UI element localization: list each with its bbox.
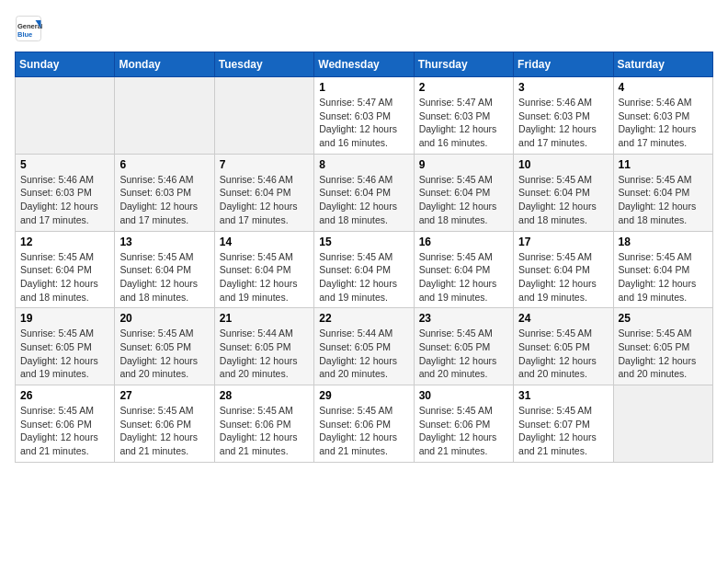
- calendar-cell: 26Sunrise: 5:45 AM Sunset: 6:06 PM Dayli…: [16, 385, 115, 463]
- day-info: Sunrise: 5:45 AM Sunset: 6:06 PM Dayligh…: [20, 404, 109, 458]
- day-info: Sunrise: 5:45 AM Sunset: 6:05 PM Dayligh…: [20, 327, 109, 381]
- day-info: Sunrise: 5:45 AM Sunset: 6:06 PM Dayligh…: [220, 404, 309, 458]
- day-info: Sunrise: 5:46 AM Sunset: 6:03 PM Dayligh…: [619, 96, 708, 150]
- calendar-cell: 11Sunrise: 5:45 AM Sunset: 6:04 PM Dayli…: [613, 154, 712, 231]
- day-number: 15: [319, 236, 408, 248]
- calendar-cell: 12Sunrise: 5:45 AM Sunset: 6:04 PM Dayli…: [16, 231, 115, 308]
- calendar-cell: [115, 77, 214, 155]
- day-info: Sunrise: 5:45 AM Sunset: 6:07 PM Dayligh…: [518, 404, 608, 458]
- day-number: 21: [220, 312, 309, 325]
- logo: General Blue: [15, 15, 46, 42]
- calendar-cell: 30Sunrise: 5:45 AM Sunset: 6:06 PM Dayli…: [414, 385, 513, 463]
- calendar-cell: 8Sunrise: 5:46 AM Sunset: 6:04 PM Daylig…: [314, 154, 414, 231]
- day-info: Sunrise: 5:45 AM Sunset: 6:04 PM Dayligh…: [518, 250, 608, 304]
- day-number: 27: [119, 389, 209, 402]
- day-number: 6: [119, 158, 209, 171]
- calendar-cell: 25Sunrise: 5:45 AM Sunset: 6:05 PM Dayli…: [613, 308, 712, 385]
- calendar-cell: 17Sunrise: 5:45 AM Sunset: 6:04 PM Dayli…: [514, 231, 613, 308]
- day-number: 14: [220, 236, 309, 248]
- day-number: 11: [619, 158, 708, 171]
- calendar-cell: 15Sunrise: 5:45 AM Sunset: 6:04 PM Dayli…: [314, 231, 414, 308]
- day-info: Sunrise: 5:47 AM Sunset: 6:03 PM Dayligh…: [419, 96, 508, 150]
- day-info: Sunrise: 5:46 AM Sunset: 6:04 PM Dayligh…: [220, 173, 309, 227]
- day-number: 4: [619, 81, 708, 94]
- calendar-cell: 5Sunrise: 5:46 AM Sunset: 6:03 PM Daylig…: [16, 154, 115, 231]
- calendar-cell: 4Sunrise: 5:46 AM Sunset: 6:03 PM Daylig…: [613, 77, 712, 155]
- calendar-cell: 22Sunrise: 5:44 AM Sunset: 6:05 PM Dayli…: [314, 308, 414, 385]
- calendar-cell: 31Sunrise: 5:45 AM Sunset: 6:07 PM Dayli…: [514, 385, 613, 463]
- calendar-cell: 24Sunrise: 5:45 AM Sunset: 6:05 PM Dayli…: [514, 308, 613, 385]
- day-info: Sunrise: 5:45 AM Sunset: 6:04 PM Dayligh…: [20, 250, 109, 304]
- calendar-cell: [613, 385, 712, 463]
- day-info: Sunrise: 5:45 AM Sunset: 6:05 PM Dayligh…: [119, 327, 209, 381]
- day-info: Sunrise: 5:45 AM Sunset: 6:04 PM Dayligh…: [220, 250, 309, 304]
- day-info: Sunrise: 5:45 AM Sunset: 6:06 PM Dayligh…: [119, 404, 209, 458]
- day-number: 22: [319, 312, 408, 325]
- day-info: Sunrise: 5:45 AM Sunset: 6:05 PM Dayligh…: [518, 327, 608, 381]
- day-number: 28: [220, 389, 309, 402]
- day-number: 31: [518, 389, 608, 402]
- calendar-week-row: 12Sunrise: 5:45 AM Sunset: 6:04 PM Dayli…: [16, 231, 713, 308]
- day-number: 23: [419, 312, 508, 325]
- day-number: 16: [419, 236, 508, 248]
- day-number: 19: [20, 312, 109, 325]
- calendar-cell: 21Sunrise: 5:44 AM Sunset: 6:05 PM Dayli…: [214, 308, 313, 385]
- calendar-header-row: SundayMondayTuesdayWednesdayThursdayFrid…: [16, 52, 713, 77]
- calendar-cell: 27Sunrise: 5:45 AM Sunset: 6:06 PM Dayli…: [115, 385, 214, 463]
- calendar-cell: 1Sunrise: 5:47 AM Sunset: 6:03 PM Daylig…: [314, 77, 414, 155]
- logo-icon: General Blue: [15, 15, 42, 42]
- day-info: Sunrise: 5:45 AM Sunset: 6:05 PM Dayligh…: [619, 327, 708, 381]
- day-number: 2: [419, 81, 508, 94]
- calendar-cell: 14Sunrise: 5:45 AM Sunset: 6:04 PM Dayli…: [214, 231, 313, 308]
- calendar-cell: 9Sunrise: 5:45 AM Sunset: 6:04 PM Daylig…: [414, 154, 513, 231]
- day-info: Sunrise: 5:45 AM Sunset: 6:04 PM Dayligh…: [619, 250, 708, 304]
- day-number: 30: [419, 389, 508, 402]
- day-of-week-header: Sunday: [16, 52, 115, 77]
- calendar-table: SundayMondayTuesdayWednesdayThursdayFrid…: [15, 52, 713, 463]
- day-number: 9: [419, 158, 508, 171]
- calendar-cell: 29Sunrise: 5:45 AM Sunset: 6:06 PM Dayli…: [314, 385, 414, 463]
- day-info: Sunrise: 5:45 AM Sunset: 6:04 PM Dayligh…: [419, 250, 508, 304]
- day-info: Sunrise: 5:46 AM Sunset: 6:03 PM Dayligh…: [119, 173, 209, 227]
- calendar-cell: [214, 77, 313, 155]
- calendar-week-row: 26Sunrise: 5:45 AM Sunset: 6:06 PM Dayli…: [16, 385, 713, 463]
- calendar-cell: 7Sunrise: 5:46 AM Sunset: 6:04 PM Daylig…: [214, 154, 313, 231]
- calendar-cell: 23Sunrise: 5:45 AM Sunset: 6:05 PM Dayli…: [414, 308, 513, 385]
- day-number: 13: [119, 236, 209, 248]
- day-number: 24: [518, 312, 608, 325]
- calendar-week-row: 5Sunrise: 5:46 AM Sunset: 6:03 PM Daylig…: [16, 154, 713, 231]
- calendar-cell: 18Sunrise: 5:45 AM Sunset: 6:04 PM Dayli…: [613, 231, 712, 308]
- day-of-week-header: Monday: [115, 52, 214, 77]
- day-number: 8: [319, 158, 408, 171]
- day-of-week-header: Saturday: [613, 52, 712, 77]
- day-number: 18: [619, 236, 708, 248]
- day-of-week-header: Tuesday: [214, 52, 313, 77]
- calendar-cell: 28Sunrise: 5:45 AM Sunset: 6:06 PM Dayli…: [214, 385, 313, 463]
- calendar-cell: 3Sunrise: 5:46 AM Sunset: 6:03 PM Daylig…: [514, 77, 613, 155]
- calendar-week-row: 19Sunrise: 5:45 AM Sunset: 6:05 PM Dayli…: [16, 308, 713, 385]
- calendar-cell: 2Sunrise: 5:47 AM Sunset: 6:03 PM Daylig…: [414, 77, 513, 155]
- calendar-cell: 16Sunrise: 5:45 AM Sunset: 6:04 PM Dayli…: [414, 231, 513, 308]
- calendar-cell: 6Sunrise: 5:46 AM Sunset: 6:03 PM Daylig…: [115, 154, 214, 231]
- page-header: General Blue: [15, 15, 713, 42]
- calendar-cell: 10Sunrise: 5:45 AM Sunset: 6:04 PM Dayli…: [514, 154, 613, 231]
- day-info: Sunrise: 5:46 AM Sunset: 6:04 PM Dayligh…: [319, 173, 408, 227]
- calendar-cell: 13Sunrise: 5:45 AM Sunset: 6:04 PM Dayli…: [115, 231, 214, 308]
- day-info: Sunrise: 5:45 AM Sunset: 6:06 PM Dayligh…: [419, 404, 508, 458]
- day-info: Sunrise: 5:45 AM Sunset: 6:04 PM Dayligh…: [518, 173, 608, 227]
- calendar-cell: 19Sunrise: 5:45 AM Sunset: 6:05 PM Dayli…: [16, 308, 115, 385]
- svg-text:Blue: Blue: [17, 30, 32, 39]
- day-number: 3: [518, 81, 608, 94]
- day-of-week-header: Wednesday: [314, 52, 414, 77]
- day-info: Sunrise: 5:46 AM Sunset: 6:03 PM Dayligh…: [20, 173, 109, 227]
- day-info: Sunrise: 5:45 AM Sunset: 6:05 PM Dayligh…: [419, 327, 508, 381]
- day-of-week-header: Friday: [514, 52, 613, 77]
- day-number: 20: [119, 312, 209, 325]
- day-info: Sunrise: 5:44 AM Sunset: 6:05 PM Dayligh…: [319, 327, 408, 381]
- day-number: 17: [518, 236, 608, 248]
- day-number: 26: [20, 389, 109, 402]
- day-number: 25: [619, 312, 708, 325]
- day-number: 5: [20, 158, 109, 171]
- day-info: Sunrise: 5:44 AM Sunset: 6:05 PM Dayligh…: [220, 327, 309, 381]
- calendar-cell: [16, 77, 115, 155]
